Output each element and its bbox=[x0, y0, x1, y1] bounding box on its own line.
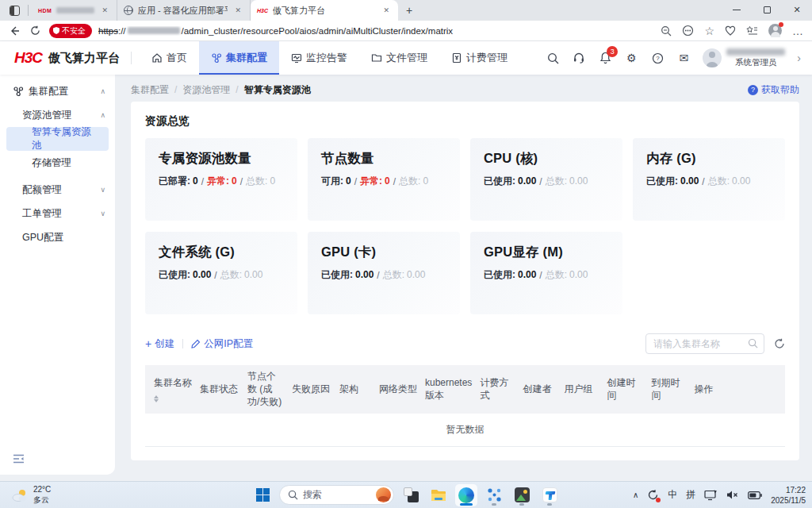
chevron-down-icon[interactable]: ∨ bbox=[100, 186, 105, 194]
chevron-up-icon[interactable]: ∧ bbox=[100, 87, 105, 95]
taskbar-app-snip[interactable] bbox=[400, 484, 422, 506]
stat-value: 0.00 bbox=[569, 269, 588, 280]
window-minimize-button[interactable] bbox=[722, 0, 752, 19]
chevron-up-icon[interactable]: ∧ bbox=[100, 111, 105, 119]
sidebar-item-quota[interactable]: 配额管理 ∨ bbox=[0, 178, 115, 202]
h3c-favicon: H3C bbox=[257, 8, 268, 13]
tab-workspaces-button[interactable] bbox=[5, 0, 25, 21]
sidebar-item-gpu-config[interactable]: GPU配置 bbox=[0, 225, 115, 249]
header-settings-button[interactable]: ⚙ bbox=[624, 51, 638, 65]
tab-close-icon[interactable]: ✕ bbox=[381, 6, 392, 15]
tab-close-icon[interactable]: ✕ bbox=[99, 6, 110, 15]
new-tab-button[interactable]: + bbox=[398, 4, 420, 17]
create-button[interactable]: + 创建 bbox=[145, 337, 174, 351]
browser-profile-avatar[interactable] bbox=[768, 24, 782, 37]
tray-sync-app[interactable] bbox=[647, 489, 659, 501]
sidebar-label: 集群配置 bbox=[29, 85, 68, 98]
nav-item-billing[interactable]: 计费管理 bbox=[439, 41, 519, 75]
tab-close-icon[interactable]: ✕ bbox=[232, 6, 243, 15]
taskbar-weather-widget[interactable]: 22°C 多云 bbox=[11, 485, 51, 505]
table-refresh-button[interactable] bbox=[774, 338, 785, 349]
browser-essentials-icon[interactable] bbox=[725, 25, 736, 37]
stat-separator: / bbox=[354, 176, 357, 187]
search-highlight-image[interactable] bbox=[376, 487, 391, 502]
public-ip-config-button[interactable]: 公网IP配置 bbox=[191, 337, 253, 351]
get-help-link[interactable]: ? 获取帮助 bbox=[748, 83, 799, 97]
card-stats: 已使用:0.00 / 总数:0.00 bbox=[159, 268, 284, 282]
header-search-button[interactable] bbox=[546, 51, 560, 65]
sort-icon[interactable] bbox=[154, 395, 159, 402]
brand: H3C 傲飞算力平台 bbox=[0, 41, 131, 75]
nav-item-home[interactable]: 首页 bbox=[140, 41, 199, 75]
stat: 已使用:0.00 bbox=[484, 175, 536, 188]
browser-tab-hdm[interactable]: HDM ✕ bbox=[32, 0, 117, 21]
taskbar-app-file-explorer[interactable] bbox=[427, 484, 450, 506]
browser-tab-container-platform[interactable]: 应用 - 容器化应用部署平台 ✕ bbox=[117, 0, 251, 21]
sidebar-item-ticket[interactable]: 工单管理 ∨ bbox=[0, 202, 115, 225]
breadcrumb-cluster-config[interactable]: 集群配置 bbox=[131, 83, 169, 97]
header-expand-chevron[interactable]: › bbox=[797, 52, 801, 64]
nav-item-monitoring[interactable]: 监控告警 bbox=[279, 41, 359, 75]
battery-icon[interactable] bbox=[748, 491, 762, 499]
taskbar-search-box[interactable]: 搜索 bbox=[279, 485, 394, 505]
window-maximize-button[interactable] bbox=[752, 0, 782, 19]
taskbar-clock[interactable]: 17:22 2025/11/5 bbox=[771, 485, 806, 506]
sidebar-label: 资源池管理 bbox=[22, 109, 72, 122]
h3c-logo: H3C bbox=[14, 49, 42, 67]
stat-value: 0.00 bbox=[680, 175, 699, 187]
favorite-star-icon[interactable]: ☆ bbox=[704, 25, 714, 37]
cast-display-icon[interactable] bbox=[704, 490, 718, 501]
header-help-button[interactable]: ? bbox=[650, 51, 665, 65]
windows-taskbar: 22°C 多云 搜索 bbox=[0, 481, 812, 508]
user-meta: 系统管理员 bbox=[726, 48, 785, 68]
browser-tab-aofei-active[interactable]: H3C 傲飞算力平台 ✕ bbox=[251, 0, 398, 21]
column-kubernetes-version: kubernetes版本 bbox=[421, 376, 476, 402]
refresh-button[interactable] bbox=[29, 25, 41, 37]
taskbar-app-edge-active[interactable] bbox=[455, 484, 477, 506]
sidebar-item-smart-pool-selected[interactable]: 智算专属资源池 bbox=[6, 127, 109, 151]
ime-language-indicator[interactable]: 中 bbox=[668, 488, 677, 502]
taskbar-app-screenshot-tool[interactable] bbox=[511, 484, 533, 506]
tray-show-hidden-icons[interactable]: ∧ bbox=[633, 491, 638, 499]
back-button[interactable] bbox=[8, 25, 21, 37]
taskbar-app-network-tool[interactable] bbox=[483, 484, 505, 506]
header-support-button[interactable] bbox=[572, 51, 586, 65]
stat-label: 总数: bbox=[546, 175, 567, 187]
window-close-button[interactable]: ✕ bbox=[782, 0, 812, 19]
ime-mode-indicator[interactable]: 拼 bbox=[686, 488, 695, 502]
stat-separator: / bbox=[539, 176, 542, 187]
nav-item-cluster-config[interactable]: 集群配置 bbox=[199, 41, 279, 75]
stat: 已使用:0.00 bbox=[646, 175, 699, 188]
card-memory: 内存 (G) 已使用:0.00 / 总数:0.00 bbox=[633, 138, 785, 221]
header-notifications-button[interactable]: 3 bbox=[598, 51, 612, 65]
security-badge[interactable]: 不安全 bbox=[49, 24, 92, 38]
sidebar-item-cluster-config[interactable]: 集群配置 ∧ bbox=[0, 79, 115, 103]
stat: 已使用:0.00 bbox=[159, 268, 211, 282]
nav-item-file-management[interactable]: 文件管理 bbox=[359, 41, 439, 75]
zoom-out-icon[interactable] bbox=[661, 25, 672, 37]
workspaces-icon bbox=[10, 6, 20, 16]
cluster-search-input[interactable] bbox=[645, 333, 764, 354]
volume-muted-icon[interactable] bbox=[726, 490, 739, 500]
taskbar-app-t-tool[interactable] bbox=[538, 484, 561, 506]
header-mail-button[interactable]: ✉ bbox=[676, 51, 691, 65]
stat-separator: / bbox=[393, 176, 396, 187]
search-icon bbox=[547, 52, 559, 64]
stat-value: 0.00 bbox=[407, 269, 425, 280]
column-cluster-name[interactable]: 集群名称 bbox=[150, 376, 196, 402]
favorites-bar-icon[interactable] bbox=[746, 25, 758, 37]
user-block[interactable]: 系统管理员 bbox=[703, 48, 785, 68]
sidebar-item-storage[interactable]: 存储管理 bbox=[0, 151, 115, 175]
url-field[interactable]: 不安全 https:///admin_cluster/resourcePool/… bbox=[49, 22, 653, 40]
stat-value: 0 bbox=[346, 175, 351, 187]
search-icon[interactable] bbox=[748, 338, 758, 348]
chevron-down-icon[interactable]: ∨ bbox=[100, 210, 105, 217]
sidebar-item-resource-pool[interactable]: 资源池管理 ∧ bbox=[0, 103, 115, 127]
get-help-label: 获取帮助 bbox=[761, 83, 799, 97]
card-title: 内存 (G) bbox=[646, 150, 772, 167]
start-button[interactable] bbox=[251, 484, 274, 506]
breadcrumb-resource-pool[interactable]: 资源池管理 bbox=[182, 83, 230, 97]
browser-menu-icon[interactable]: … bbox=[792, 25, 804, 37]
feedback-icon[interactable] bbox=[682, 25, 694, 37]
sidebar-collapse-button[interactable] bbox=[13, 454, 25, 464]
